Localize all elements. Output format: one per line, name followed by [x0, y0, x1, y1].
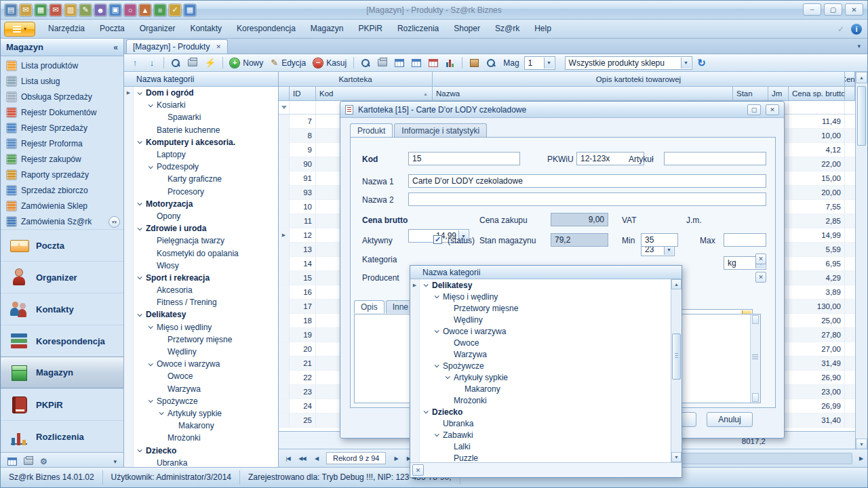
dropdown-close-button[interactable] [412, 464, 424, 476]
kod-field[interactable]: 15 [408, 152, 520, 165]
tree-item[interactable]: Delikatesy [410, 279, 671, 291]
menu-tab-organizer[interactable]: Organizer [132, 20, 183, 39]
close-button[interactable] [845, 3, 863, 16]
chevron-down-icon[interactable] [446, 374, 450, 379]
tree-item[interactable]: Owoce i warzywa [410, 325, 671, 337]
chevron-down-icon[interactable] [435, 328, 439, 333]
chevron-down-icon[interactable] [159, 411, 164, 415]
menu-tab-korespondencja[interactable]: Korespondencja [229, 20, 303, 39]
report-icon[interactable]: ≡ [154, 4, 166, 16]
module-letters[interactable]: Korespondencja [1, 325, 123, 357]
sidebar-item-szark-orders[interactable]: Zamówienia Sz@rk ▾▾ [1, 214, 123, 229]
band-ceny[interactable]: Ceny [845, 72, 855, 87]
tree-item[interactable]: Ubranka [124, 457, 278, 467]
module-book[interactable]: PKPiR [1, 388, 123, 420]
module-warehouse[interactable]: Magazyn [1, 357, 123, 388]
column-kod[interactable]: Kod [316, 87, 433, 101]
info-icon[interactable]: i [851, 24, 862, 35]
mail-send-icon[interactable]: ✉ [50, 4, 62, 16]
sidebar-item-shop-orders[interactable]: Zamówienia Sklep [1, 198, 123, 214]
max-field[interactable] [724, 233, 766, 247]
scroll-up-icon[interactable]: ▲ [671, 279, 682, 289]
print-icon[interactable] [24, 458, 33, 465]
dropdown-header[interactable]: Nazwa kategorii [410, 266, 682, 279]
table-export-button[interactable] [409, 56, 424, 70]
module-chart[interactable]: Rozliczenia [1, 420, 123, 452]
nazwa1-field[interactable]: Carte D'or LODY czekoladowe [408, 174, 766, 188]
new-button[interactable]: + Nowy [227, 56, 266, 70]
app-menu-button[interactable] [4, 22, 35, 37]
tree-item[interactable]: Komputery i akcesoria. [124, 136, 278, 148]
aktywny-checkbox[interactable] [433, 235, 442, 244]
tree-item[interactable]: Ubranka [410, 418, 671, 429]
tree-item[interactable]: Kosiarki [124, 99, 278, 111]
table-red-button[interactable] [426, 56, 441, 70]
menu-tab-narzędzia[interactable]: Narzędzia [41, 20, 92, 39]
chevron-down-icon[interactable] [138, 140, 142, 144]
tree-item[interactable]: Mrożonki [124, 432, 278, 444]
maximize-button[interactable] [824, 3, 842, 16]
module-mail[interactable]: Poczta [1, 229, 123, 261]
tree-item[interactable]: Laptopy [124, 148, 278, 161]
scrollbar-grip[interactable] [752, 354, 758, 359]
tree-item[interactable]: Mięso i wędliny [410, 291, 671, 302]
column-nazwa[interactable]: Nazwa [433, 87, 733, 101]
quick-action-button[interactable]: ⚡ [202, 56, 218, 70]
chevron-down-icon[interactable] [149, 324, 153, 329]
tree-item[interactable]: Pielęgnacja twarzy [124, 235, 278, 247]
menu-tab-shoper[interactable]: Shoper [446, 20, 488, 39]
print-button[interactable] [185, 56, 200, 70]
tree-item[interactable]: Owoce [410, 337, 671, 348]
calc-icon[interactable]: ▣ [109, 4, 121, 16]
chevron-down-icon[interactable] [424, 409, 429, 413]
tree-item[interactable]: Wędliny [410, 314, 671, 325]
collapse-sidebar-icon[interactable]: « [113, 43, 118, 52]
sort-down-button[interactable]: ↓ [144, 56, 159, 70]
edit-icon[interactable]: ✎ [79, 4, 92, 16]
tag-icon[interactable]: ▦ [184, 4, 196, 16]
tree-item[interactable]: Spawarki [124, 111, 278, 123]
nazwa2-field[interactable] [408, 192, 766, 206]
note-icon[interactable]: ▥ [64, 4, 77, 16]
dialog-maximize-button[interactable]: ▢ [747, 104, 761, 115]
nav-next-button[interactable]: ▶ [389, 452, 402, 465]
min-field[interactable]: 35 [641, 233, 678, 247]
column-jm[interactable]: Jm [768, 87, 789, 101]
chevron-down-icon[interactable] [435, 432, 439, 436]
check-icon[interactable]: ✓ [169, 4, 181, 16]
mail-icon[interactable]: ✉ [20, 4, 32, 16]
minimize-button[interactable] [803, 3, 821, 16]
sidebar-item-sales-reg[interactable]: Rejestr Sprzedaży [1, 120, 123, 136]
package-icon[interactable]: ▦ [35, 4, 47, 16]
tree-item[interactable]: Mrożonki [410, 394, 671, 406]
tree-item[interactable]: Artykuły sypkie [124, 407, 278, 420]
chevron-down-icon[interactable] [149, 399, 153, 403]
tree-item[interactable]: Przetwory mięsne [410, 302, 671, 314]
tree-item[interactable]: Sport i rekreacja [124, 272, 278, 284]
tree-item[interactable]: Delikatesy [124, 308, 278, 321]
sidebar-item-purchases[interactable]: Rejestr zakupów [1, 151, 123, 167]
band-kartoteka[interactable]: Kartoteka [279, 72, 433, 87]
sidebar-item-services[interactable]: Lista usług [1, 73, 123, 89]
scrollbar-thumb[interactable] [857, 86, 866, 146]
monitor-icon[interactable]: ▤ [5, 4, 17, 16]
print-list-button[interactable] [375, 56, 390, 70]
tree-item[interactable]: Warzywa [124, 383, 278, 395]
tree-item[interactable]: Mięso i wędliny [124, 321, 278, 333]
band-opis[interactable]: Opis kartoteki towarowej [433, 72, 845, 87]
chevron-down-icon[interactable] [138, 90, 142, 95]
tree-item[interactable]: Artykuły sypkie [410, 371, 671, 383]
tab-opis[interactable]: Opis [354, 300, 384, 313]
menu-tab-pkpir[interactable]: PKPiR [351, 20, 390, 39]
tree-item[interactable]: Procesory [124, 186, 278, 198]
chevron-down-icon[interactable] [138, 447, 142, 452]
dialog-close-button[interactable]: ✕ [766, 104, 779, 115]
nav-prev-button[interactable]: ◀ [310, 452, 323, 465]
tree-item[interactable]: Lalki [410, 441, 671, 452]
sidebar-item-products[interactable]: Lista produktów [1, 58, 123, 73]
sidebar-overflow-button[interactable]: ▾▾ [108, 216, 120, 228]
tree-item[interactable]: Owoce i warzywa [124, 358, 278, 370]
table-view-button[interactable] [392, 56, 407, 70]
tree-item[interactable]: Karty graficzne [124, 173, 278, 185]
warehouse-select[interactable]: 1 [524, 56, 555, 70]
